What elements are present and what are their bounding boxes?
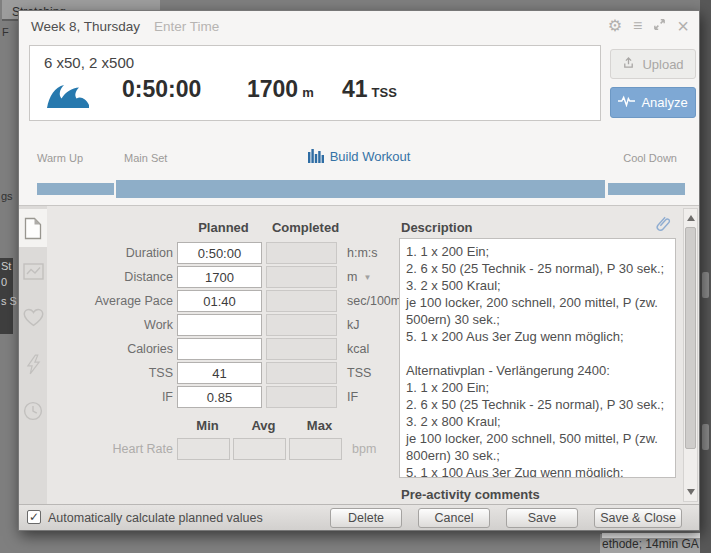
swim-icon: [46, 80, 90, 113]
background-scrollbar-thumb: [702, 424, 709, 450]
background-fragment: 0: [1, 276, 7, 288]
description-textarea[interactable]: 1. 1 x 200 Ein; 2. 6 x 50 (25 Technik - …: [399, 238, 676, 478]
avg-header: Avg: [237, 418, 290, 433]
duration-completed-input: [266, 242, 337, 264]
build-workout-link[interactable]: Build Workout: [19, 149, 699, 164]
dialog-titlebar: Week 8, Thursday Enter Time ⚙ ≡ ×: [19, 11, 699, 41]
close-icon[interactable]: ×: [677, 18, 689, 34]
distance-unit-dropdown[interactable]: m▼: [347, 270, 371, 284]
background-fragment: s S: [1, 295, 17, 307]
tss-completed-input: [266, 362, 337, 384]
upload-icon: [622, 56, 635, 72]
duration-row: Duration h:m:s: [47, 242, 378, 264]
warm-up-segment[interactable]: [37, 183, 114, 195]
completed-header: Completed: [270, 220, 341, 235]
if-planned-input[interactable]: [177, 386, 262, 408]
calories-row: Calories kcal: [47, 338, 369, 360]
analyze-button[interactable]: Analyze: [610, 87, 696, 118]
tab-power[interactable]: [19, 345, 47, 383]
chevron-down-icon: ▼: [363, 273, 371, 282]
tab-graph[interactable]: [19, 252, 47, 290]
distance-metric: 1700m: [247, 76, 314, 103]
heart-rate-row: Heart Rate bpm: [47, 438, 376, 460]
background-page-scrollbar: [700, 0, 711, 553]
document-icon: [24, 217, 42, 240]
work-completed-input: [266, 314, 337, 336]
heart-icon: [23, 308, 44, 327]
if-row: IF IF: [47, 386, 358, 408]
min-header: Min: [181, 418, 234, 433]
distance-row: Distance m▼: [47, 266, 371, 288]
duration-planned-input[interactable]: [177, 242, 262, 264]
auto-calculate-label: Automatically calculate planned values: [48, 511, 263, 525]
scroll-down-arrow[interactable]: [687, 489, 695, 495]
planned-header: Planned: [181, 220, 266, 235]
calories-completed-input: [266, 338, 337, 360]
screen: Stretching F gs St 0 s S ethode; 14min G…: [0, 0, 711, 553]
gear-icon[interactable]: ⚙: [608, 18, 622, 34]
menu-icon[interactable]: ≡: [633, 18, 642, 34]
tss-metric: 41TSS: [342, 76, 397, 103]
workout-name: 6 x50, 2 x500: [44, 54, 134, 71]
tss-planned-input[interactable]: [177, 362, 262, 384]
heart-rate-min-input: [177, 438, 230, 460]
line-chart-icon: [23, 263, 44, 280]
description-title: Description: [401, 220, 473, 235]
work-row: Work kJ: [47, 314, 360, 336]
auto-calculate-checkbox[interactable]: ✓: [27, 510, 41, 524]
content-scrollbar[interactable]: [683, 208, 698, 502]
expand-icon[interactable]: [653, 17, 666, 35]
background-scrollbar-thumb: [702, 272, 709, 298]
background-workout-text: ethode; 14min GA: [602, 537, 699, 551]
heart-rate-max-input: [289, 438, 342, 460]
distance-planned-input[interactable]: [177, 266, 262, 288]
upload-button[interactable]: Upload: [610, 49, 696, 79]
average-pace-row: Average Pace sec/100m: [47, 290, 401, 312]
duration-metric: 0:50:00: [122, 76, 201, 103]
save-close-button[interactable]: Save & Close: [594, 508, 682, 528]
workout-dialog: Week 8, Thursday Enter Time ⚙ ≡ × 6 x50,…: [18, 10, 700, 531]
analyze-waveform-icon: [618, 95, 635, 110]
tss-row: TSS TSS: [47, 362, 371, 384]
distance-completed-input: [266, 266, 337, 288]
delete-button[interactable]: Delete: [330, 508, 402, 528]
tab-summary[interactable]: [19, 209, 47, 247]
tab-heart-rate[interactable]: [19, 298, 47, 336]
lightning-icon: [26, 354, 41, 375]
paperclip-icon[interactable]: [654, 214, 672, 238]
main-set-segment[interactable]: [116, 180, 605, 198]
cancel-button[interactable]: Cancel: [418, 508, 490, 528]
work-planned-input[interactable]: [177, 314, 262, 336]
background-fragment: St: [1, 260, 11, 272]
bar-chart-icon: [308, 149, 324, 163]
background-fragment: gs: [1, 190, 13, 202]
clock-icon: [23, 401, 43, 421]
scrollbar-thumb[interactable]: [685, 227, 696, 449]
scroll-up-arrow[interactable]: [687, 215, 695, 221]
if-completed-input: [266, 386, 337, 408]
tab-time[interactable]: [19, 392, 47, 430]
workout-structure: Warm Up Main Set Cool Down Build Workout: [19, 129, 699, 206]
dialog-footer: ✓ Automatically calculate planned values…: [19, 504, 699, 530]
average-pace-planned-input[interactable]: [177, 290, 262, 312]
background-fragment: F: [2, 26, 9, 38]
save-button[interactable]: Save: [506, 508, 578, 528]
cool-down-segment[interactable]: [608, 183, 685, 195]
workout-summary-card: 6 x50, 2 x500 0:50:00 1700m 41TSS: [29, 45, 601, 121]
dialog-title: Week 8, Thursday: [31, 19, 140, 34]
pre-activity-title: Pre-activity comments: [401, 487, 540, 502]
calories-planned-input[interactable]: [177, 338, 262, 360]
heart-rate-avg-input: [233, 438, 286, 460]
dialog-content: Planned Completed Duration h:m:s Distanc…: [19, 206, 699, 504]
average-pace-completed-input: [266, 290, 337, 312]
max-header: Max: [293, 418, 346, 433]
sidebar-rail: [19, 206, 47, 504]
enter-time-link[interactable]: Enter Time: [154, 19, 219, 34]
